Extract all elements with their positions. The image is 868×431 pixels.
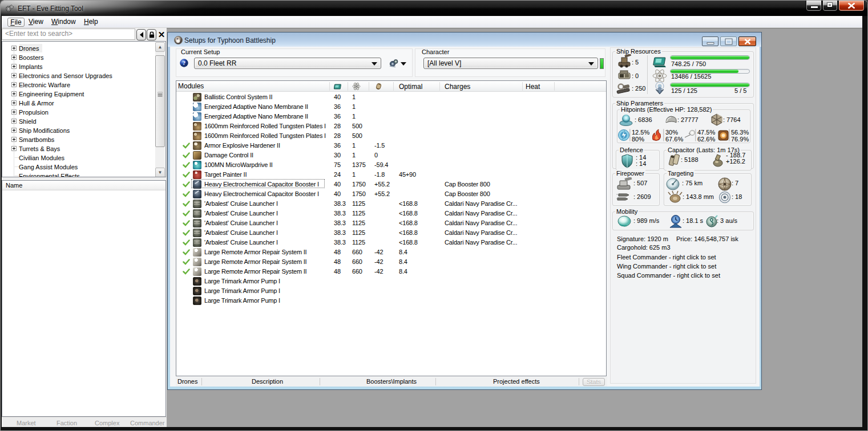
svg-text:?: ? bbox=[183, 60, 185, 66]
